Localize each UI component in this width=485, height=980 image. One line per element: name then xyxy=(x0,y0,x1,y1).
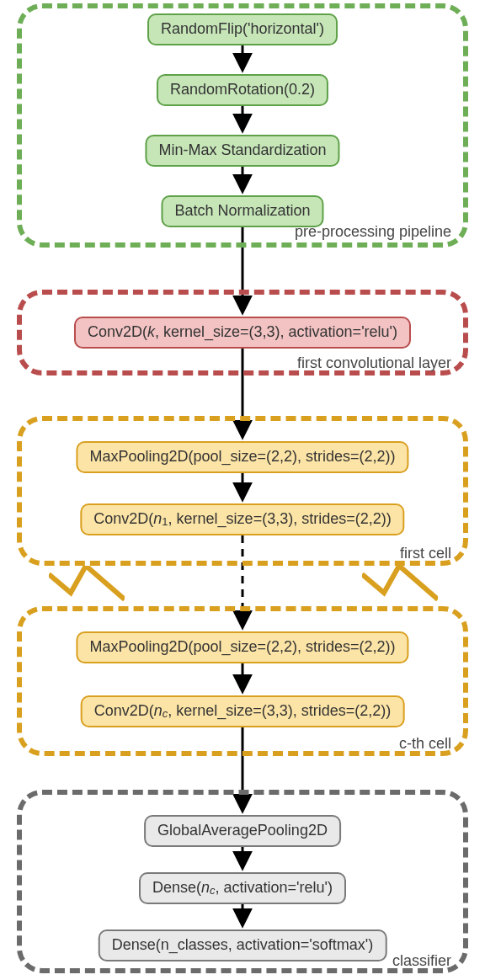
node-maxpoolc: MaxPooling2D(pool_size=(2,2), strides=(2… xyxy=(76,631,408,663)
architecture-diagram: pre-processing pipeline RandomFlip('hori… xyxy=(0,0,485,980)
group-label-classifier: classifier xyxy=(392,952,451,970)
text-sub-1: 1 xyxy=(162,515,168,529)
group-cthcell: c-th cell xyxy=(17,606,468,756)
group-label-firstcell: first cell xyxy=(400,545,451,562)
text-var-k: k xyxy=(147,323,155,342)
group-firstcell: first cell xyxy=(17,416,468,566)
text-suffix: , kernel_size=(3,3), strides=(2,2)) xyxy=(168,510,392,529)
group-label-cthcell: c-th cell xyxy=(399,735,451,753)
text-sub-c: c xyxy=(210,884,215,897)
node-batchnorm: Batch Normalization xyxy=(161,195,323,227)
zigzag-left-icon xyxy=(49,566,125,608)
zigzag-right-icon xyxy=(362,566,438,608)
text-prefix: Dense( xyxy=(152,879,201,897)
node-conv-nc: Conv2D(nc, kernel_size=(3,3), strides=(2… xyxy=(81,695,405,727)
text-suffix: , kernel_size=(3,3), strides=(2,2)) xyxy=(168,702,391,721)
text-suffix: , kernel_size=(3,3), activation='relu') xyxy=(155,323,397,342)
node-conv-k: Conv2D(k, kernel_size=(3,3), activation=… xyxy=(74,317,411,349)
node-maxpool1: MaxPooling2D(pool_size=(2,2), strides=(2… xyxy=(76,441,408,473)
node-randomflip: RandomFlip('horizontal') xyxy=(147,13,338,45)
text-prefix: Conv2D( xyxy=(94,702,154,721)
node-dense1: Dense(nc, activation='relu') xyxy=(139,872,346,904)
text-prefix: Conv2D( xyxy=(88,323,147,342)
text-suffix: , activation='relu') xyxy=(216,879,333,897)
node-gap: GlobalAveragePooling2D xyxy=(144,815,341,847)
node-dense2: Dense(n_classes, activation='softmax') xyxy=(99,929,387,961)
text-prefix: Conv2D( xyxy=(93,510,153,529)
group-label-firstconv: first convolutional layer xyxy=(297,354,451,372)
node-minmax: Min-Max Standardization xyxy=(145,135,339,167)
node-randomrotation: RandomRotation(0.2) xyxy=(157,74,328,106)
text-sub-c: c xyxy=(163,707,168,721)
text-var-n: n xyxy=(154,702,163,721)
text-var-n: n xyxy=(153,510,162,529)
node-conv-n1: Conv2D(n1, kernel_size=(3,3), strides=(2… xyxy=(80,503,404,535)
text-var-n: n xyxy=(201,879,210,897)
